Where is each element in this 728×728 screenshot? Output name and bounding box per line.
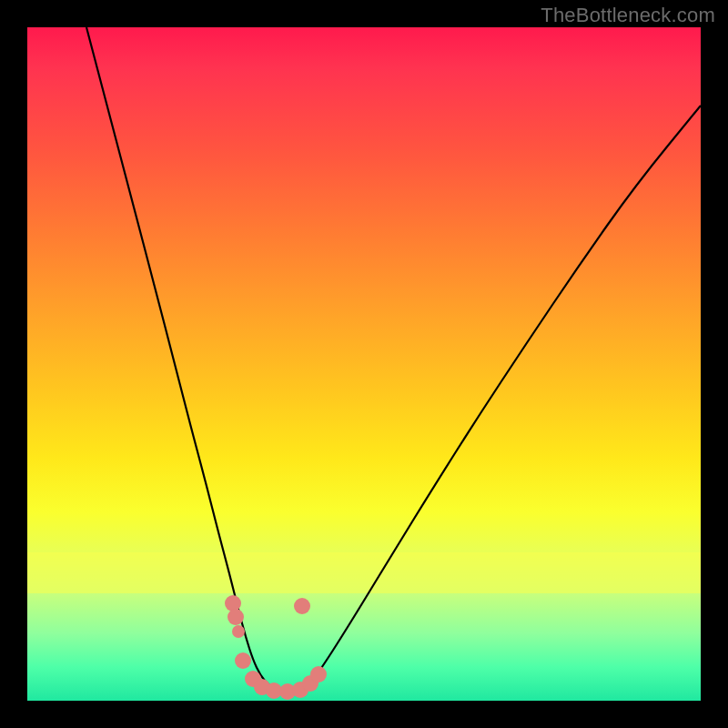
markers-group: [225, 595, 327, 700]
data-marker: [310, 666, 327, 682]
data-marker: [228, 609, 244, 625]
left-curve: [86, 27, 280, 692]
chart-frame: TheBottleneck.com: [0, 0, 728, 728]
data-marker: [225, 595, 241, 612]
data-marker: [232, 625, 245, 638]
chart-svg: [27, 27, 701, 701]
attribution-label: TheBottleneck.com: [541, 4, 715, 27]
data-marker: [294, 598, 310, 614]
right-curve: [300, 106, 701, 692]
data-marker: [235, 652, 251, 669]
plot-area: [27, 27, 701, 701]
